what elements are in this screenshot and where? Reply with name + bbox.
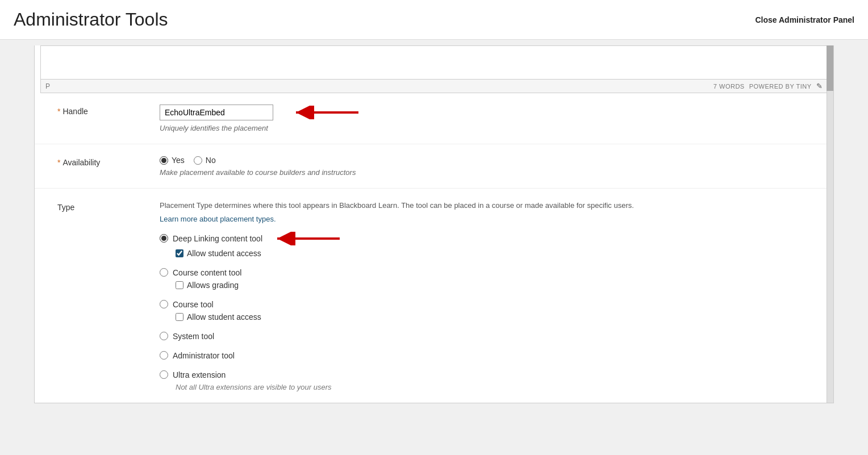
allow-student-access-label-1[interactable]: Allow student access: [176, 249, 261, 258]
editor-area[interactable]: [40, 45, 828, 80]
availability-section: * Availability Yes No Make placement ava…: [35, 144, 833, 189]
allow-student-access-label-2[interactable]: Allow student access: [176, 312, 261, 322]
type-section: Type Placement Type determines where thi…: [35, 189, 833, 403]
type-option-course-content-main: Course content tool: [160, 268, 811, 277]
allow-student-access-checkbox-1[interactable]: [176, 249, 183, 257]
handle-label-col: * Handle: [57, 105, 137, 116]
close-admin-panel-link[interactable]: Close Administrator Panel: [755, 15, 854, 24]
editor-toolbar: P 7 WORDS POWERED BY TINY ✎: [40, 80, 828, 93]
availability-no-text: No: [206, 156, 216, 165]
type-course-content-label: Course content tool: [173, 268, 241, 277]
scrollbar-thumb[interactable]: [827, 45, 833, 91]
handle-required-star: *: [57, 107, 60, 116]
allow-student-access-text-1: Allow student access: [187, 249, 261, 258]
handle-control-col: Uniquely identifies the placement: [160, 105, 811, 132]
allow-student-access-text-2: Allow student access: [187, 312, 261, 322]
type-option-course-content: Course content tool Allows grading: [160, 268, 811, 290]
allow-student-access-checkbox-2[interactable]: [176, 313, 183, 321]
type-option-system-tool: System tool: [160, 332, 811, 341]
type-option-ultra-extension: Ultra extension Not all Ultra extensions…: [160, 370, 811, 391]
type-option-deep-linking: Deep Linking content tool: [160, 232, 811, 258]
allows-grading-checkbox[interactable]: [176, 281, 183, 289]
type-ultra-extension-label: Ultra extension: [173, 370, 226, 379]
type-administrator-tool-label: Administrator tool: [173, 351, 235, 360]
type-label-col: Type: [57, 200, 137, 212]
ultra-extension-note: Not all Ultra extensions are visible to …: [176, 383, 811, 391]
type-learn-more-link[interactable]: Learn more about placement types.: [160, 215, 276, 223]
main-content: P 7 WORDS POWERED BY TINY ✎ * Handle: [34, 45, 834, 403]
handle-hint: Uniquely identifies the placement: [160, 124, 811, 132]
type-option-course-tool-main: Course tool: [160, 300, 811, 309]
allows-grading-text: Allows grading: [187, 281, 239, 290]
handle-input[interactable]: [160, 105, 273, 120]
type-description: Placement Type determines where this too…: [160, 200, 811, 211]
type-course-content-sub: Allows grading: [176, 281, 811, 290]
deep-linking-red-arrow: [272, 232, 340, 245]
editor-paragraph-marker: P: [45, 82, 50, 90]
type-option-ultra-extension-main: Ultra extension: [160, 370, 811, 379]
page-header: Administrator Tools Close Administrator …: [0, 0, 868, 40]
handle-red-arrow: [290, 106, 358, 119]
type-course-content-radio[interactable]: [160, 268, 168, 277]
type-system-tool-radio[interactable]: [160, 332, 168, 340]
type-control-col: Placement Type determines where this too…: [160, 200, 811, 391]
type-options: Deep Linking content tool: [160, 232, 811, 391]
handle-section: * Handle Uniquely identifies the placeme…: [35, 93, 833, 144]
type-option-administrator-tool: Administrator tool: [160, 351, 811, 360]
type-deep-linking-radio[interactable]: [160, 234, 168, 243]
type-option-administrator-tool-main: Administrator tool: [160, 351, 811, 360]
type-deep-linking-sub: Allow student access: [176, 249, 811, 258]
powered-by: POWERED BY TINY: [749, 83, 812, 90]
availability-control-col: Yes No Make placement available to cours…: [160, 156, 811, 177]
availability-radio-group: Yes No: [160, 156, 811, 165]
type-course-tool-sub: Allow student access: [176, 312, 811, 322]
handle-label: Handle: [62, 107, 87, 116]
allows-grading-label[interactable]: Allows grading: [176, 281, 239, 290]
availability-yes-text: Yes: [172, 156, 185, 165]
page-title: Administrator Tools: [14, 9, 168, 30]
availability-hint: Make placement available to course build…: [160, 168, 811, 177]
type-option-deep-linking-main: Deep Linking content tool: [160, 234, 262, 243]
type-deep-linking-label: Deep Linking content tool: [173, 234, 262, 243]
type-label: Type: [57, 203, 74, 212]
type-administrator-tool-radio[interactable]: [160, 351, 168, 360]
word-count: 7 WORDS: [713, 83, 745, 90]
editor-toolbar-right: 7 WORDS POWERED BY TINY ✎: [713, 82, 823, 90]
type-option-system-tool-main: System tool: [160, 332, 811, 341]
type-course-tool-label: Course tool: [173, 300, 214, 309]
type-option-main-arrow: Deep Linking content tool: [160, 232, 811, 245]
edit-icon[interactable]: ✎: [816, 82, 823, 90]
type-ultra-extension-radio[interactable]: [160, 370, 168, 379]
availability-yes-radio[interactable]: [160, 156, 168, 165]
scrollbar[interactable]: [827, 45, 833, 403]
availability-no-radio[interactable]: [194, 156, 202, 165]
handle-input-wrapper: [160, 105, 811, 120]
availability-label: Availability: [62, 158, 100, 167]
type-course-tool-radio[interactable]: [160, 300, 168, 308]
availability-required-star: *: [57, 158, 60, 167]
availability-yes-label[interactable]: Yes: [160, 156, 185, 165]
type-system-tool-label: System tool: [173, 332, 214, 341]
availability-label-col: * Availability: [57, 156, 137, 167]
availability-no-label[interactable]: No: [194, 156, 216, 165]
type-option-course-tool: Course tool Allow student access: [160, 300, 811, 322]
